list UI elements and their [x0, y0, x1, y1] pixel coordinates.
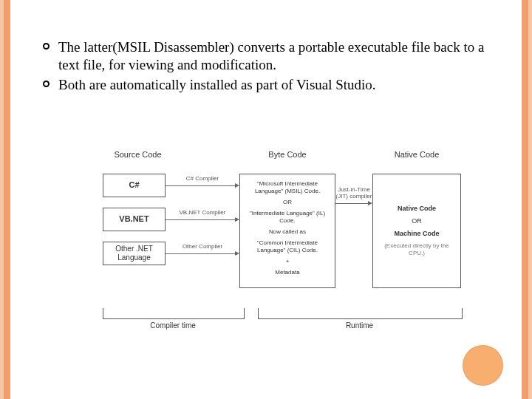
bracket-compile-time [103, 308, 245, 319]
bullet-icon [43, 43, 50, 50]
arrow-label: C# Compiler [166, 175, 239, 182]
arrow-vbnet-compiler: VB.NET Compiler [166, 219, 239, 220]
byte-line: "Microsoft Intermediate Language" (MSIL)… [243, 180, 332, 195]
byte-line: "Intermediate Language" (IL) Code. [243, 210, 332, 225]
bracket-runtime [258, 308, 463, 319]
arrow-label: Other Compiler [166, 243, 239, 250]
compilation-diagram: Source Code Byte Code Native Code C# VB.… [81, 144, 465, 358]
source-box-vbnet: VB.NET [103, 208, 166, 231]
arrow-label: Just-in-Time (JIT) compiler [335, 187, 372, 200]
arrow-jit-compiler: Just-in-Time (JIT) compiler [335, 203, 372, 204]
native-line: (Executed directly by the CPU.) [376, 242, 457, 257]
timeline-label-compile: Compiler time [103, 321, 243, 330]
source-box-other: Other .NET Language [103, 242, 166, 265]
source-box-csharp: C# [103, 174, 166, 197]
byte-line: "Common Intermediate Language" (CIL) Cod… [243, 239, 332, 254]
arrow-other-compiler: Other Compiler [166, 253, 239, 254]
slide-border-left [0, 0, 10, 399]
decorative-circle-icon [463, 345, 503, 386]
slide-border-right [522, 0, 532, 399]
column-header-source: Source Code [103, 150, 173, 159]
byte-line: Metadata [275, 269, 299, 276]
arrow-label: VB.NET Compiler [166, 209, 239, 216]
native-line: Native Code [398, 205, 436, 213]
column-header-native: Native Code [376, 150, 457, 159]
byte-code-box: "Microsoft Intermediate Language" (MSIL)… [239, 174, 335, 288]
byte-line: Now called as [269, 228, 306, 236]
bullet-list: The latter(MSIL Disassembler) converts a… [10, 0, 522, 94]
timeline-label-runtime: Runtime [258, 321, 461, 330]
bullet-icon [43, 81, 50, 87]
arrow-csharp-compiler: C# Compiler [166, 185, 239, 186]
list-item: The latter(MSIL Disassembler) converts a… [43, 38, 507, 75]
byte-line: + [286, 258, 290, 265]
slide-content: The latter(MSIL Disassembler) converts a… [10, 0, 522, 399]
native-code-box: Native Code OR Machine Code (Executed di… [372, 174, 461, 288]
native-line: OR [412, 217, 422, 225]
bullet-text: Both are automatically installed as part… [58, 76, 507, 94]
list-item: Both are automatically installed as part… [43, 76, 507, 94]
bullet-text: The latter(MSIL Disassembler) converts a… [58, 38, 507, 75]
column-header-byte: Byte Code [247, 150, 328, 159]
native-line: Machine Code [394, 230, 439, 238]
byte-line: OR [283, 199, 292, 206]
